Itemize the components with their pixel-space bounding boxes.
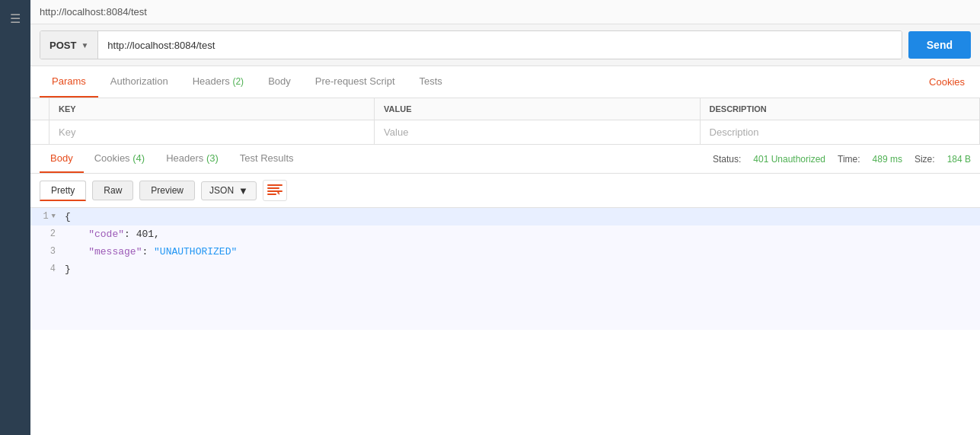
line-num-1: 1 ▼	[30, 210, 65, 222]
col-key: KEY	[49, 98, 375, 120]
url-display: http://localhost:8084/test	[40, 6, 147, 18]
format-chevron-icon: ▼	[238, 185, 248, 197]
code-line-1: 1 ▼ {	[30, 208, 980, 225]
row-key[interactable]: Key	[49, 120, 375, 145]
line-arrow-1: ▼	[52, 213, 56, 220]
code-line-4: 4 }	[30, 261, 980, 278]
line-num-4: 4	[30, 262, 65, 274]
url-bar-wrapper: POST ▼	[40, 30, 902, 59]
url-breadcrumb: http://localhost:8084/test	[30, 0, 980, 24]
format-select[interactable]: JSON ▼	[201, 181, 257, 200]
code-line-3: 3 "message": "UNAUTHORIZED"	[30, 243, 980, 261]
time-value: 489 ms	[873, 154, 902, 165]
params-placeholder-row: Key Value Description	[30, 120, 980, 145]
svg-rect-1	[267, 187, 279, 189]
line-num-3: 3	[30, 245, 65, 257]
line-num-2: 2	[30, 227, 65, 239]
url-input[interactable]	[98, 31, 901, 59]
raw-button[interactable]: Raw	[92, 181, 133, 200]
response-tabs: Body Cookies (4) Headers (3) Test Result…	[30, 145, 980, 174]
method-dropdown[interactable]: POST ▼	[40, 31, 98, 59]
code-line-2: 2 "code": 401,	[30, 225, 980, 243]
resp-tab-test-results[interactable]: Test Results	[229, 145, 305, 173]
headers-resp-badge: (3)	[206, 152, 219, 164]
params-table: KEY VALUE DESCRIPTION Key Value Descript…	[30, 98, 980, 145]
tab-authorization[interactable]: Authorization	[98, 66, 180, 98]
request-bar: POST ▼ Send	[30, 24, 980, 66]
tab-body[interactable]: Body	[256, 66, 303, 98]
resp-tab-headers[interactable]: Headers (3)	[155, 145, 229, 173]
pretty-button[interactable]: Pretty	[40, 181, 86, 201]
headers-badge: (2)	[232, 76, 244, 87]
resp-tab-cookies[interactable]: Cookies (4)	[84, 145, 155, 173]
resp-tab-body[interactable]: Body	[40, 145, 84, 173]
row-checkbox	[30, 120, 49, 145]
row-description[interactable]: Description	[700, 120, 979, 145]
method-label: POST	[49, 40, 76, 51]
method-chevron-icon: ▼	[81, 41, 88, 50]
size-label: Size:	[915, 154, 935, 165]
request-tabs: Params Authorization Headers (2) Body Pr…	[30, 66, 980, 98]
size-value: 184 B	[947, 154, 971, 165]
svg-rect-2	[267, 190, 283, 192]
send-button[interactable]: Send	[908, 31, 971, 59]
preview-button[interactable]: Preview	[139, 181, 195, 200]
code-toolbar: Pretty Raw Preview JSON ▼	[30, 174, 980, 208]
tab-params[interactable]: Params	[40, 66, 98, 98]
col-description: DESCRIPTION	[700, 98, 979, 120]
format-label: JSON	[209, 185, 234, 196]
col-value: VALUE	[375, 98, 700, 120]
time-label: Time:	[838, 154, 860, 165]
svg-rect-0	[267, 184, 283, 186]
tab-tests[interactable]: Tests	[407, 66, 455, 98]
sidebar-icon-1[interactable]: ☰	[3, 6, 27, 30]
tab-prerequest[interactable]: Pre-request Script	[303, 66, 407, 98]
sidebar: ☰	[0, 0, 30, 330]
tab-headers[interactable]: Headers (2)	[180, 66, 256, 98]
wrap-button[interactable]	[263, 180, 287, 201]
status-area: Status: 401 Unauthorized Time: 489 ms Si…	[713, 154, 971, 165]
row-value[interactable]: Value	[375, 120, 700, 145]
svg-rect-3	[267, 194, 276, 195]
status-label: Status:	[713, 154, 741, 165]
response-body-code: 1 ▼ { 2 "code": 401, 3 "message": "UNAUT…	[30, 208, 980, 330]
cookies-resp-badge: (4)	[132, 152, 145, 164]
col-check	[30, 98, 49, 120]
cookies-link[interactable]: Cookies	[923, 67, 971, 97]
status-value: 401 Unauthorized	[753, 154, 825, 165]
